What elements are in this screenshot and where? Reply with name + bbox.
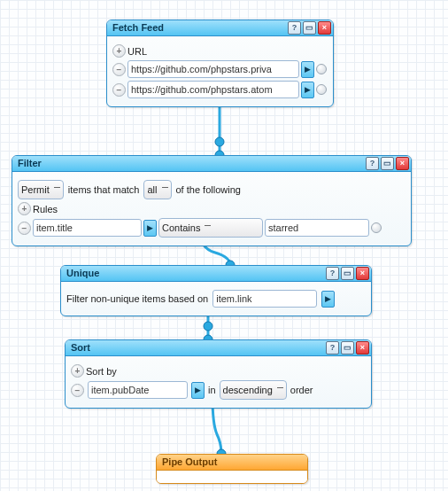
port-mid-icon bbox=[215, 137, 224, 146]
sort-in: in bbox=[208, 385, 216, 395]
filter-text2: of the following bbox=[176, 184, 241, 195]
rule-field-input[interactable] bbox=[33, 219, 142, 237]
sort-field-input[interactable] bbox=[88, 381, 188, 399]
close-icon[interactable]: × bbox=[356, 267, 369, 280]
minimize-icon[interactable]: ▭ bbox=[381, 157, 394, 170]
rule-op-select[interactable]: Contains bbox=[158, 218, 263, 238]
filter-scope-select[interactable]: all bbox=[143, 180, 171, 199]
unique-field-input[interactable] bbox=[212, 290, 317, 308]
module-sort[interactable]: Sort ? ▭ × Sort by ▶ in descending order bbox=[65, 339, 372, 409]
rule-value-input[interactable] bbox=[265, 219, 369, 237]
module-title: Sort bbox=[71, 340, 90, 355]
output-title: Pipe Output bbox=[157, 455, 307, 471]
help-icon[interactable]: ? bbox=[366, 157, 379, 170]
minimize-icon[interactable]: ▭ bbox=[303, 21, 316, 35]
remove-url-icon[interactable] bbox=[112, 63, 126, 76]
module-pipe-output[interactable]: Pipe Output bbox=[156, 454, 308, 484]
chevron-right-icon[interactable]: ▶ bbox=[191, 382, 205, 399]
input-port-icon[interactable] bbox=[371, 222, 382, 233]
help-icon[interactable]: ? bbox=[326, 267, 339, 280]
url-input-1[interactable] bbox=[127, 81, 299, 98]
close-icon[interactable]: × bbox=[318, 21, 331, 35]
input-port-icon[interactable] bbox=[316, 64, 327, 74]
svg-point-3 bbox=[204, 322, 212, 331]
add-rule-icon[interactable] bbox=[18, 202, 31, 215]
filter-text1: items that match bbox=[68, 184, 140, 195]
titlebar-sort[interactable]: Sort ? ▭ × bbox=[66, 340, 371, 356]
rules-label: Rules bbox=[33, 204, 58, 214]
url-label: URL bbox=[127, 46, 147, 57]
sort-label: Sort by bbox=[86, 366, 117, 377]
help-icon[interactable]: ? bbox=[288, 21, 301, 35]
minimize-icon[interactable]: ▭ bbox=[341, 267, 354, 280]
filter-mode-select[interactable]: Permit bbox=[18, 180, 64, 199]
remove-sort-icon[interactable] bbox=[71, 384, 84, 397]
sort-dir-select[interactable]: descending bbox=[220, 380, 287, 400]
close-icon[interactable]: × bbox=[396, 157, 409, 170]
help-icon[interactable]: ? bbox=[326, 341, 339, 355]
chevron-right-icon[interactable]: ▶ bbox=[301, 82, 314, 98]
titlebar-filter[interactable]: Filter ? ▭ × bbox=[12, 156, 411, 172]
unique-text: Filter non-unique items based on bbox=[66, 293, 208, 304]
module-title: Filter bbox=[18, 156, 42, 171]
chevron-right-icon[interactable]: ▶ bbox=[143, 220, 157, 237]
close-icon[interactable]: × bbox=[356, 341, 369, 355]
module-fetch-feed[interactable]: Fetch Feed ? ▭ × URL ▶ ▶ bbox=[106, 19, 334, 107]
minimize-icon[interactable]: ▭ bbox=[341, 341, 354, 355]
module-title: Unique bbox=[66, 266, 99, 281]
module-filter[interactable]: Filter ? ▭ × Permit items that match all… bbox=[12, 155, 412, 246]
chevron-right-icon[interactable]: ▶ bbox=[301, 61, 314, 78]
remove-url-icon[interactable] bbox=[112, 83, 126, 97]
url-input-0[interactable] bbox=[127, 60, 299, 78]
remove-rule-icon[interactable] bbox=[18, 222, 31, 235]
input-port-icon[interactable] bbox=[316, 84, 327, 95]
add-url-icon[interactable] bbox=[112, 44, 126, 58]
sort-order: order bbox=[290, 385, 313, 395]
chevron-right-icon[interactable]: ▶ bbox=[321, 291, 335, 308]
module-title: Fetch Feed bbox=[112, 20, 164, 35]
output-body bbox=[157, 471, 307, 483]
module-unique[interactable]: Unique ? ▭ × Filter non-unique items bas… bbox=[60, 265, 372, 316]
titlebar-unique[interactable]: Unique ? ▭ × bbox=[61, 266, 371, 282]
titlebar-fetch[interactable]: Fetch Feed ? ▭ × bbox=[107, 20, 333, 36]
add-sort-icon[interactable] bbox=[71, 364, 84, 378]
